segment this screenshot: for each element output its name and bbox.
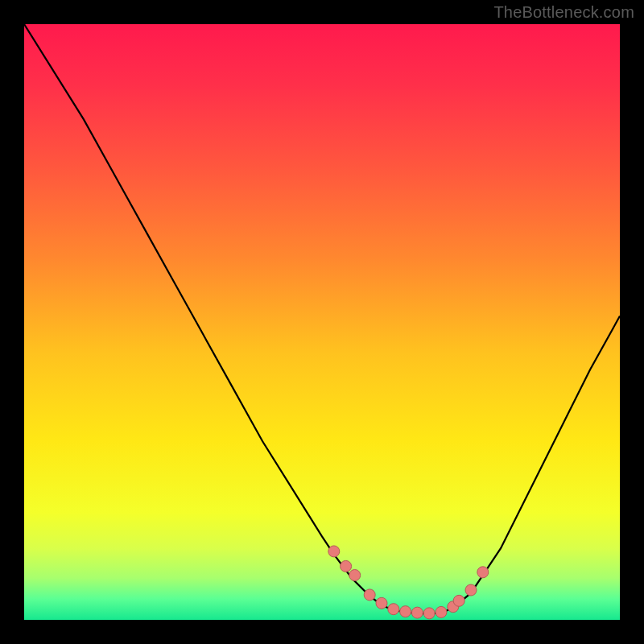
curve-marker <box>400 606 411 617</box>
chart-stage: TheBottleneck.com <box>0 0 644 644</box>
curve-marker <box>423 608 435 619</box>
curve-markers <box>328 546 489 619</box>
curve-path <box>24 24 620 614</box>
curve-marker <box>411 607 423 618</box>
curve-marker <box>477 567 489 578</box>
curve-marker <box>364 589 375 601</box>
curve-marker <box>465 584 477 596</box>
curve-marker <box>453 595 464 606</box>
curve-marker <box>341 560 352 572</box>
bottleneck-curve <box>24 24 620 620</box>
curve-marker <box>436 606 447 617</box>
watermark-text: TheBottleneck.com <box>493 3 634 22</box>
curve-marker <box>376 597 387 609</box>
plot-area <box>24 24 620 620</box>
curve-marker <box>388 604 399 615</box>
curve-marker <box>349 570 361 581</box>
curve-marker <box>328 546 340 557</box>
